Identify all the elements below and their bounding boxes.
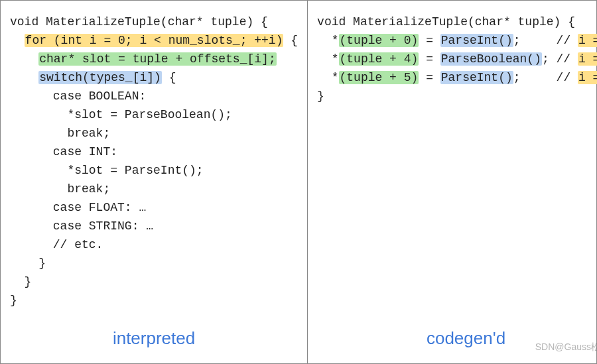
code-line: *slot = ParseInt();: [10, 164, 204, 177]
code-text: ; //: [513, 71, 578, 84]
code-line: void MaterializeTuple(char* tuple) {: [10, 15, 268, 29]
caption-left: interpreted: [1, 325, 307, 353]
slot-assign: char* slot = tuple + offsets_[i];: [38, 52, 276, 66]
code-text: *: [317, 52, 338, 66]
code-text: {: [162, 71, 176, 84]
addr-expr: (tuple + 4): [339, 52, 419, 66]
panel-codegen: void MaterializeTuple(char* tuple) { *(t…: [308, 1, 597, 363]
code-line: // etc.: [10, 238, 103, 251]
code-text: *: [317, 71, 338, 84]
code-block-right: void MaterializeTuple(char* tuple) { *(t…: [317, 13, 597, 105]
code-line: void MaterializeTuple(char* tuple) {: [317, 15, 575, 29]
code-text: ; //: [542, 52, 578, 66]
code-line: }: [10, 257, 46, 270]
code-block-left: void MaterializeTuple(char* tuple) { for…: [10, 13, 298, 310]
addr-expr: (tuple + 0): [339, 34, 419, 47]
code-text: =: [419, 52, 440, 66]
code-comparison: void MaterializeTuple(char* tuple) { for…: [0, 0, 597, 364]
code-line: case STRING: …: [10, 219, 153, 233]
addr-expr: (tuple + 5): [339, 71, 419, 84]
code-line: break;: [10, 127, 110, 140]
index-comment: i = 0: [578, 34, 597, 47]
code-line: *slot = ParseBoolean();: [10, 108, 232, 121]
code-text: =: [419, 34, 440, 47]
code-line: case INT:: [10, 145, 117, 158]
index-comment: i = 2: [578, 71, 597, 84]
for-loop: for (int i = 0; i < num_slots_; ++i): [25, 34, 284, 47]
call-expr: ParseInt(): [440, 34, 513, 47]
code-line: }: [317, 90, 324, 103]
caption-right: codegen'd: [308, 325, 597, 353]
code-line: break;: [10, 182, 110, 196]
panel-interpreted: void MaterializeTuple(char* tuple) { for…: [1, 1, 308, 363]
call-expr: ParseBoolean(): [440, 52, 542, 66]
call-expr: ParseInt(): [440, 71, 513, 84]
code-text: {: [283, 34, 298, 47]
code-text: *: [317, 34, 338, 47]
index-comment: i = 1: [578, 52, 597, 66]
switch-stmt: switch(types_[i]): [38, 71, 162, 84]
code-text: ; //: [513, 34, 578, 47]
code-line: case FLOAT: …: [10, 201, 146, 214]
code-text: =: [419, 71, 440, 84]
code-line: case BOOLEAN:: [10, 90, 146, 103]
code-line: }: [10, 294, 17, 307]
code-line: }: [10, 275, 31, 288]
